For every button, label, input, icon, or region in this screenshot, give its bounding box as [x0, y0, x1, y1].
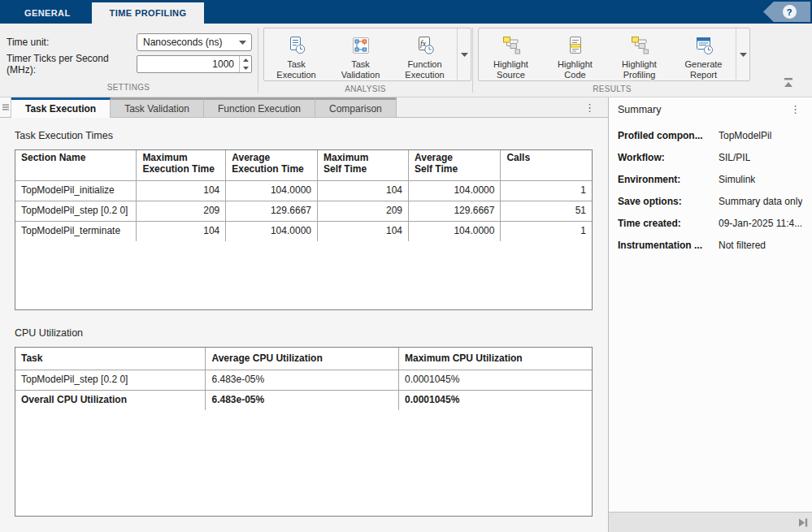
exec-times-table: Section Name MaximumExecution Time Avera… — [15, 150, 592, 241]
summary-rows: Profiled compon... TopModelPil Workflow:… — [609, 119, 812, 260]
document-tabbar: Task Execution Task Validation Function … — [0, 97, 608, 118]
spinner-down-button[interactable] — [240, 64, 251, 72]
timer-ticks-input[interactable]: 1000 — [137, 55, 252, 73]
task-execution-icon — [286, 35, 307, 56]
settings-group: Time unit: Nanoseconds (ns) Timer Ticks … — [0, 24, 257, 97]
col-calls[interactable]: Calls — [501, 150, 592, 180]
analysis-more-button[interactable] — [457, 28, 471, 80]
summary-row: Environment: Simulink — [618, 172, 805, 187]
tab-task-execution[interactable]: Task Execution — [11, 97, 111, 118]
highlight-profiling-icon — [629, 35, 650, 56]
tabbar-options-button[interactable]: ⋮ — [581, 102, 598, 114]
summary-label: Workflow: — [618, 150, 719, 165]
task-execution-button[interactable]: Task Execution — [264, 28, 328, 80]
summary-label: Instrumentation ... — [618, 238, 719, 253]
app-window: GENERAL TIME PROFILING ? Time unit: Nano… — [0, 0, 812, 532]
cell-calls: 51 — [501, 201, 592, 221]
summary-label: Save options: — [618, 194, 719, 209]
exec-times-table-container[interactable]: Section Name MaximumExecution Time Avera… — [15, 149, 593, 310]
cell-section-name: TopModelPil_initialize — [15, 180, 137, 201]
col-max-cpu[interactable]: Maximum CPU Utilization — [398, 348, 592, 370]
ribbon-divider — [472, 28, 473, 93]
col-max-self-time[interactable]: MaximumSelf Time — [317, 150, 408, 180]
toolstrip-tab-time-profiling[interactable]: TIME PROFILING — [92, 2, 205, 24]
toolstrip-tab-general-label: GENERAL — [24, 8, 71, 18]
cell-section-name: TopModelPil_terminate — [15, 221, 137, 241]
exec-times-title: Task Execution Times — [15, 130, 593, 141]
table-row[interactable]: TopModelPil_initialize 104 104.0000 104 … — [15, 180, 592, 201]
tab-function-execution-label: Function Execution — [218, 103, 301, 115]
task-execution-panel: Task Execution Times Section Name Maximu… — [0, 118, 608, 532]
analysis-caption: ANALYSIS — [259, 84, 471, 97]
generate-report-label-1: Generate — [685, 59, 723, 70]
highlight-source-icon — [501, 35, 522, 56]
cell-max-self: 104 — [317, 221, 408, 241]
results-cluster: Highlight Source Highlight — [478, 28, 750, 81]
timer-ticks-spinner — [239, 56, 251, 72]
highlight-profiling-label-2: Profiling — [623, 70, 656, 80]
highlight-profiling-label-1: Highlight — [622, 59, 657, 70]
tab-function-execution[interactable]: Function Execution — [204, 97, 315, 117]
cpu-table: Task Average CPU Utilization Maximum CPU… — [15, 348, 592, 410]
expand-panel-icon[interactable] — [798, 518, 808, 527]
col-task[interactable]: Task — [15, 348, 206, 370]
task-validation-button[interactable]: Task Validation — [328, 28, 393, 80]
results-body: Highlight Source Highlight — [474, 24, 750, 84]
cell-task: TopModelPil_step [0.2 0] — [15, 370, 206, 390]
highlight-code-icon — [565, 35, 586, 56]
summary-header: Summary ⋮ — [609, 97, 812, 119]
time-unit-dropdown[interactable]: Nanoseconds (ns) — [137, 33, 252, 51]
col-avg-exec-time[interactable]: AverageExecution Time — [226, 150, 318, 180]
cpu-table-container[interactable]: Task Average CPU Utilization Maximum CPU… — [15, 347, 593, 517]
summary-row: Profiled compon... TopModelPil — [618, 128, 805, 143]
generate-report-button[interactable]: Generate Report — [671, 28, 736, 80]
chevron-down-icon — [461, 53, 468, 57]
col-avg-self-time[interactable]: AverageSelf Time — [409, 150, 501, 180]
cell-max-self: 209 — [317, 201, 408, 221]
toolstrip-tab-general[interactable]: GENERAL — [7, 2, 89, 24]
summary-row: Instrumentation ... Not filtered — [618, 238, 805, 253]
table-row[interactable]: TopModelPil_step [0.2 0] 6.483e-05% 0.00… — [15, 370, 592, 390]
col-section-name[interactable]: Section Name — [15, 150, 137, 180]
help-icon: ? — [783, 5, 797, 19]
highlight-code-label-1: Highlight — [558, 59, 593, 70]
spinner-up-button[interactable] — [240, 56, 251, 64]
table-row[interactable]: TopModelPil_step [0.2 0] 209 129.6667 20… — [15, 201, 592, 221]
highlight-code-button[interactable]: Highlight Code — [543, 28, 607, 80]
highlight-source-button[interactable]: Highlight Source — [479, 28, 543, 80]
cell-max-exec: 104 — [137, 180, 226, 201]
results-more-button[interactable] — [736, 28, 749, 80]
cell-max-self: 104 — [317, 180, 408, 201]
col-avg-cpu[interactable]: Average CPU Utilization — [206, 348, 399, 370]
cell-avg-cpu: 6.483e-05% — [206, 390, 399, 410]
time-unit-row: Time unit: Nanoseconds (ns) — [7, 33, 252, 51]
tab-comparison[interactable]: Comparison — [315, 97, 397, 117]
cell-avg-exec: 104.0000 — [226, 221, 318, 241]
collapse-toolstrip-button[interactable] — [782, 76, 795, 91]
col-max-exec-time[interactable]: MaximumExecution Time — [137, 150, 226, 180]
cell-avg-self: 104.0000 — [409, 180, 501, 201]
spinner-up-icon — [243, 58, 249, 62]
function-execution-button[interactable]: fx Function Execution — [393, 28, 457, 80]
tab-list-button[interactable] — [0, 97, 11, 117]
tab-comparison-label: Comparison — [329, 103, 382, 115]
cell-max-exec: 209 — [137, 201, 226, 221]
highlight-profiling-button[interactable]: Highlight Profiling — [607, 28, 671, 80]
table-row-overall[interactable]: Overall CPU Utilization 6.483e-05% 0.000… — [15, 390, 592, 410]
summary-row: Time created: 09-Jan-2025 11:4... — [618, 216, 805, 231]
help-button[interactable]: ? — [763, 2, 810, 22]
summary-value: SIL/PIL — [719, 150, 750, 165]
function-execution-icon: fx — [415, 35, 436, 56]
task-validation-label-1: Task — [351, 59, 370, 70]
tab-task-validation[interactable]: Task Validation — [111, 97, 204, 117]
task-validation-label-2: Validation — [341, 70, 380, 80]
summary-options-button[interactable]: ⋮ — [787, 103, 804, 115]
summary-value: TopModelPil — [719, 128, 771, 143]
highlight-source-label-2: Source — [497, 70, 525, 80]
generate-report-icon — [693, 35, 714, 56]
table-row[interactable]: TopModelPil_terminate 104 104.0000 104 1… — [15, 221, 592, 241]
task-execution-label-1: Task — [287, 59, 306, 70]
timer-ticks-value: 1000 — [137, 56, 239, 72]
tab-task-execution-label: Task Execution — [25, 103, 96, 115]
cell-max-cpu: 0.0001045% — [398, 390, 592, 410]
